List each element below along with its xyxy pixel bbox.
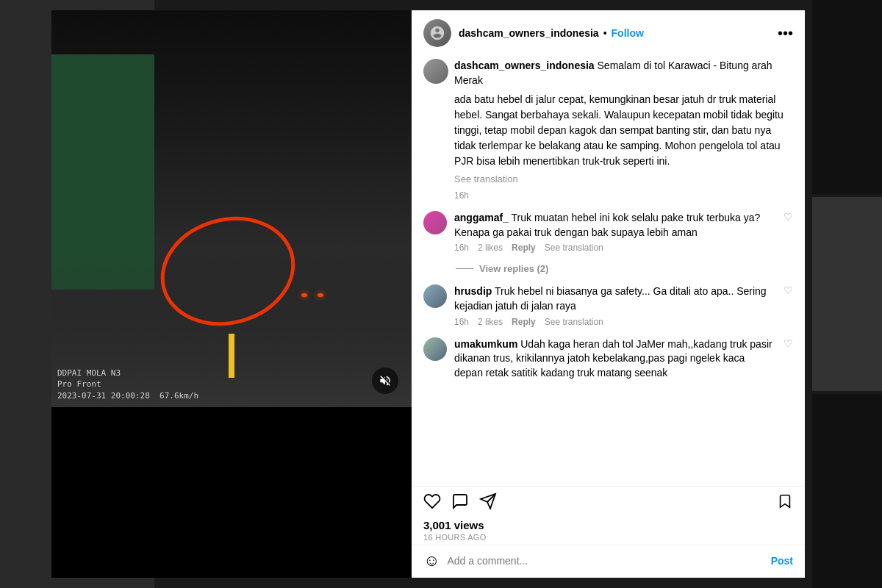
comment-time: 16h (454, 317, 469, 327)
caption-area: dashcam_owners_indonesia Semalam di tol … (412, 56, 805, 208)
comment-see-translation[interactable]: See translation (545, 317, 603, 327)
background-right (812, 0, 882, 588)
comment-text: hrusdip Truk hebel ni biasanya ga safety… (454, 284, 776, 313)
emoji-button[interactable]: ☺ (423, 551, 440, 570)
comment-likes: 2 likes (478, 243, 503, 253)
svg-point-0 (154, 209, 301, 334)
annotation-circle (154, 209, 301, 334)
more-options-button[interactable]: ••• (778, 26, 793, 40)
reply-button[interactable]: Reply (512, 317, 536, 327)
comment-avatar (423, 337, 447, 361)
comment-time: 16h (454, 243, 469, 253)
comment-input[interactable] (447, 555, 763, 567)
comment-avatar (423, 211, 447, 234)
header-info: dashcam_owners_indonesia • Follow (459, 27, 770, 39)
comment-avatar (423, 284, 447, 308)
caption-content: dashcam_owners_indonesia Semalam di tol … (454, 59, 793, 204)
comment-item: umakumkum Udah kaga heran dah tol JaMer … (423, 337, 793, 384)
mute-button[interactable] (372, 368, 398, 394)
views-count: 3,001 views (423, 519, 793, 531)
share-button[interactable] (479, 492, 497, 514)
video-black-area (51, 407, 412, 578)
video-area: DDPAI MOLA N3 Pro Front 2023-07-31 20:00… (51, 10, 412, 578)
reply-button[interactable]: Reply (512, 243, 536, 253)
dashcam-datetime: 2023-07-31 20:00:28 67.6km/h (57, 390, 198, 401)
video-content: DDPAI MOLA N3 Pro Front 2023-07-31 20:00… (51, 10, 412, 407)
comment-button[interactable] (451, 492, 469, 514)
comment-body: umakumkum Udah kaga heran dah tol JaMer … (454, 337, 776, 384)
caption-body: ada batu hebel di jalur cepat, kemungkin… (454, 92, 793, 169)
bookmark-button[interactable] (777, 493, 793, 514)
view-replies-line (456, 268, 473, 269)
comment-like-icon[interactable]: ♡ (784, 337, 793, 349)
distant-car (301, 286, 323, 297)
comment-meta: 16h 2 likes Reply See translation (454, 317, 776, 327)
comment-likes: 2 likes (478, 317, 503, 327)
caption-user-row: dashcam_owners_indonesia Semalam di tol … (423, 59, 793, 204)
comment-content: Truk hebel ni biasanya ga safety... Ga d… (454, 285, 767, 312)
dashcam-mode: Pro Front (57, 379, 198, 390)
comment-body: anggamaf_ Truk muatan hebel ini kok sela… (454, 211, 776, 253)
comment-item: anggamaf_ Truk muatan hebel ini kok sela… (423, 211, 793, 253)
dot-separator: • (603, 27, 607, 39)
comment-username: umakumkum (454, 338, 517, 350)
comment-username: hrusdip (454, 285, 492, 297)
action-bar (412, 486, 805, 517)
post-header: dashcam_owners_indonesia • Follow ••• (412, 10, 805, 56)
caption-see-translation[interactable]: See translation (454, 173, 793, 184)
caption-username: dashcam_owners_indonesia (454, 60, 595, 71)
header-username: dashcam_owners_indonesia (459, 27, 599, 39)
dashcam-brand: DDPAI MOLA N3 (57, 368, 198, 379)
caption-timestamp: 16h (454, 190, 793, 201)
comment-body: hrusdip Truk hebel ni biasanya ga safety… (454, 284, 776, 326)
road-line (229, 334, 234, 378)
view-replies-button[interactable]: View replies (2) (456, 263, 793, 274)
road-scene: DDPAI MOLA N3 Pro Front 2023-07-31 20:00… (51, 10, 412, 407)
avatar (423, 19, 451, 47)
follow-button[interactable]: Follow (612, 27, 644, 39)
view-replies-text: View replies (2) (479, 263, 548, 274)
comment-item: hrusdip Truk hebel ni biasanya ga safety… (423, 284, 793, 326)
comment-like-icon[interactable]: ♡ (784, 284, 793, 296)
caption-avatar (423, 59, 448, 84)
views-time: 16 HOURS AGO (423, 533, 793, 542)
comments-area[interactable]: anggamaf_ Truk muatan hebel ini kok sela… (412, 208, 805, 486)
like-button[interactable] (423, 492, 441, 514)
views-area: 3,001 views 16 HOURS AGO (412, 517, 805, 545)
comment-like-icon[interactable]: ♡ (784, 211, 793, 223)
post-panel: dashcam_owners_indonesia • Follow ••• da… (412, 10, 805, 578)
comment-text: umakumkum Udah kaga heran dah tol JaMer … (454, 337, 776, 381)
comment-see-translation[interactable]: See translation (545, 243, 603, 253)
comment-username: anggamaf_ (454, 212, 509, 223)
add-comment-area: ☺ Post (412, 545, 805, 578)
comment-meta: 16h 2 likes Reply See translation (454, 243, 776, 253)
comment-text: anggamaf_ Truk muatan hebel ini kok sela… (454, 211, 776, 240)
truck-left (51, 54, 154, 290)
dashcam-overlay: DDPAI MOLA N3 Pro Front 2023-07-31 20:00… (57, 368, 198, 401)
post-comment-button[interactable]: Post (771, 555, 793, 567)
